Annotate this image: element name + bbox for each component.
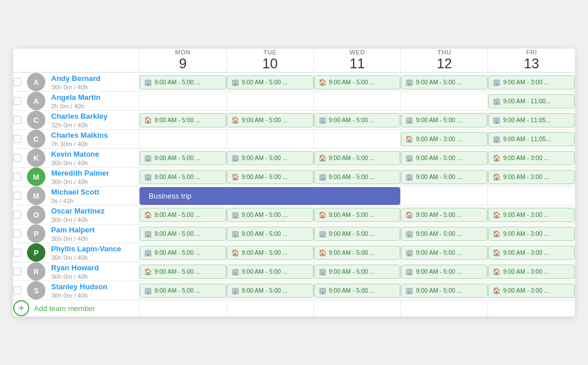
shift-badge[interactable]: 🏠 9:00 AM - 5:00 ... <box>401 208 488 222</box>
shift-badge[interactable]: 🏠 9:00 AM - 3:00 ... <box>488 246 575 260</box>
shift-badge[interactable]: 🏠 9:00 AM - 5:00 ... <box>227 113 314 127</box>
shift-badge[interactable]: 🏢 9:00 AM - 5:00 ... <box>401 284 488 298</box>
shift-badge[interactable]: 🏢 9:00 AM - 5:00 ... <box>140 284 226 298</box>
emp-name-oscar-martinez[interactable]: Oscar Martinez <box>51 207 105 216</box>
emp-name-kevin-malone[interactable]: Kevin Malone <box>51 150 99 160</box>
day-name: MON <box>140 49 226 56</box>
shift-badge[interactable]: 🏠 9:00 AM - 5:00 ... <box>314 75 401 90</box>
shift-badge[interactable]: 🏢 9:00 AM - 5:00 ... <box>401 151 488 165</box>
emp-name-ryan-howard[interactable]: Ryan Howard <box>51 263 99 273</box>
shift-icon: 🏢 <box>405 154 413 162</box>
emp-name-charles-malkins[interactable]: Charles Malkins <box>51 131 108 141</box>
emp-name-michael-scott[interactable]: Michael Scott <box>51 188 99 197</box>
employee-checkbox-meredith-palmer[interactable] <box>13 173 21 181</box>
shift-badge[interactable]: 🏢 9:00 AM - 3:00 ... <box>488 75 575 90</box>
shift-badge[interactable]: 🏠 9:00 AM - 5:00 ... <box>140 113 226 127</box>
add-member-button[interactable]: + Add team member <box>13 300 95 316</box>
emp-hours-pam-halpert: 36h 0m / 40h <box>51 235 95 242</box>
employee-info: P Phyllis Lapin-Vance 36h 0m / 40h <box>13 243 139 262</box>
shift-badge[interactable]: 🏢 9:00 AM - 5:00 ... <box>401 113 488 127</box>
shift-badge[interactable]: 🏢 9:00 AM - 11:00... <box>488 94 575 108</box>
shift-time: 9:00 AM - 5:00 ... <box>329 173 375 180</box>
shift-time: 9:00 AM - 5:00 ... <box>154 287 200 294</box>
avatar-meredith-palmer: M <box>27 168 45 186</box>
shift-badge[interactable]: 🏠 9:00 AM - 3:00 ... <box>401 132 488 146</box>
shift-badge[interactable]: 🏠 9:00 AM - 5:00 ... <box>314 246 401 260</box>
shift-badge[interactable]: 🏢 9:00 AM - 5:00 ... <box>314 113 401 127</box>
employee-checkbox-charles-malkins[interactable] <box>13 135 21 143</box>
shift-badge[interactable]: 🏠 9:00 AM - 3:00 ... <box>488 208 575 222</box>
shift-badge[interactable]: 🏢 9:00 AM - 5:00 ... <box>140 170 226 184</box>
shift-cell-andy-bernard-mon: 🏢 9:00 AM - 5:00 ... <box>140 72 227 92</box>
avatar-charles-malkins: C <box>27 130 45 148</box>
shift-icon: 🏢 <box>144 173 152 181</box>
schedule-table: MON 9 TUE 10 WED 11 THU 12 FRI 13 A Andy… <box>13 48 575 317</box>
employee-info: C Charles Barkley 32h 0m / 40h <box>13 111 139 129</box>
shift-icon: 🏠 <box>493 268 501 275</box>
shift-badge[interactable]: 🏢 9:00 AM - 5:00 ... <box>401 170 488 184</box>
shift-badge[interactable]: 🏢 9:00 AM - 5:00 ... <box>401 265 488 279</box>
shift-badge[interactable]: 🏠 9:00 AM - 3:00 ... <box>488 265 575 279</box>
shift-cell-ryan-howard-fri: 🏠 9:00 AM - 3:00 ... <box>488 262 575 281</box>
employee-checkbox-angela-martin[interactable] <box>13 97 21 105</box>
shift-badge[interactable]: 🏢 9:00 AM - 11:05... <box>488 132 575 146</box>
employee-checkbox-stanley-hudson[interactable] <box>13 286 21 294</box>
emp-name-pam-halpert[interactable]: Pam Halpert <box>51 226 95 235</box>
employee-checkbox-phyllis-lapin-vance[interactable] <box>13 248 21 257</box>
shift-badge[interactable]: 🏢 9:00 AM - 5:00 ... <box>227 265 314 279</box>
employee-checkbox-michael-scott[interactable] <box>13 192 21 200</box>
shift-badge[interactable]: 🏠 9:00 AM - 3:00 ... <box>488 170 575 184</box>
shift-badge[interactable]: 🏢 9:00 AM - 5:00 ... <box>314 227 401 241</box>
shift-badge[interactable]: 🏢 9:00 AM - 5:00 ... <box>140 227 226 241</box>
emp-name-phyllis-lapin-vance[interactable]: Phyllis Lapin-Vance <box>51 244 121 254</box>
day-number: 11 <box>314 56 401 72</box>
shift-icon: 🏠 <box>493 154 501 162</box>
shift-cell-stanley-hudson-fri: 🏠 9:00 AM - 3:00 ... <box>488 281 575 300</box>
shift-badge[interactable]: 🏠 9:00 AM - 3:00 ... <box>488 227 575 241</box>
shift-badge[interactable]: 🏢 9:00 AM - 5:00 ... <box>140 75 226 90</box>
shift-badge[interactable]: 🏢 9:00 AM - 11:05... <box>488 113 575 127</box>
emp-details: Angela Martin 2h 0m / 40h <box>51 93 100 110</box>
shift-badge[interactable]: 🏢 9:00 AM - 5:00 ... <box>227 208 314 222</box>
employee-checkbox-charles-barkley[interactable] <box>13 116 21 124</box>
shift-badge[interactable]: 🏢 9:00 AM - 5:00 ... <box>314 265 401 279</box>
shift-badge[interactable]: 🏠 9:00 AM - 5:00 ... <box>314 151 401 165</box>
shift-badge[interactable]: 🏠 9:00 AM - 5:00 ... <box>227 170 314 184</box>
emp-name-charles-barkley[interactable]: Charles Barkley <box>51 112 107 122</box>
emp-name-meredith-palmer[interactable]: Meredith Palmer <box>51 169 109 178</box>
shift-badge[interactable]: 🏢 9:00 AM - 5:00 ... <box>314 284 401 298</box>
shift-badge[interactable]: 🏢 9:00 AM - 5:00 ... <box>227 284 314 298</box>
shift-badge[interactable]: 🏠 9:00 AM - 5:00 ... <box>314 208 401 222</box>
business-trip-cell: Business trip <box>140 187 401 205</box>
shift-badge[interactable]: 🏢 9:00 AM - 5:00 ... <box>227 151 314 165</box>
employee-checkbox-ryan-howard[interactable] <box>13 267 21 275</box>
shift-badge[interactable]: 🏢 9:00 AM - 5:00 ... <box>140 151 226 165</box>
shift-badge[interactable]: 🏠 9:00 AM - 5:00 ... <box>227 246 314 260</box>
shift-icon: 🏢 <box>319 117 327 124</box>
shift-cell-charles-malkins-thu: 🏠 9:00 AM - 3:00 ... <box>401 130 488 149</box>
employee-checkbox-pam-halpert[interactable] <box>13 230 21 238</box>
shift-badge[interactable]: 🏢 9:00 AM - 5:00 ... <box>401 227 488 241</box>
shift-badge[interactable]: 🏢 9:00 AM - 5:00 ... <box>227 227 314 241</box>
emp-name-stanley-hudson[interactable]: Stanley Hudson <box>51 282 107 292</box>
shift-badge[interactable]: 🏠 9:00 AM - 3:00 ... <box>488 284 575 298</box>
shift-badge[interactable]: 🏢 9:00 AM - 5:00 ... <box>314 170 401 184</box>
shift-badge[interactable]: 🏢 9:00 AM - 5:00 ... <box>140 246 226 260</box>
shift-icon: 🏠 <box>405 135 413 143</box>
emp-name-andy-bernard[interactable]: Andy Bernard <box>51 74 100 84</box>
emp-name-angela-martin[interactable]: Angela Martin <box>51 93 100 103</box>
shift-badge[interactable]: 🏢 9:00 AM - 5:00 ... <box>227 75 314 90</box>
business-trip-badge[interactable]: Business trip <box>140 187 400 205</box>
shift-badge[interactable]: 🏠 9:00 AM - 5:00 ... <box>140 265 226 279</box>
shift-badge[interactable]: 🏠 9:00 AM - 5:00 ... <box>140 208 226 222</box>
shift-badge[interactable]: 🏠 9:00 AM - 3:00 ... <box>488 151 575 165</box>
employee-checkbox-andy-bernard[interactable] <box>13 78 21 86</box>
shift-badge[interactable]: 🏢 9:00 AM - 5:00 ... <box>401 246 488 260</box>
shift-cell-pam-halpert-mon: 🏢 9:00 AM - 5:00 ... <box>140 224 227 243</box>
shift-cell-charles-barkley-mon: 🏠 9:00 AM - 5:00 ... <box>140 111 227 130</box>
employee-checkbox-kevin-malone[interactable] <box>13 154 21 162</box>
employee-cell-phyllis-lapin-vance: P Phyllis Lapin-Vance 36h 0m / 40h <box>13 243 140 262</box>
day-name: FRI <box>488 49 575 56</box>
employee-checkbox-oscar-martinez[interactable] <box>13 211 21 219</box>
shift-badge[interactable]: 🏢 9:00 AM - 5:00 ... <box>401 75 488 90</box>
